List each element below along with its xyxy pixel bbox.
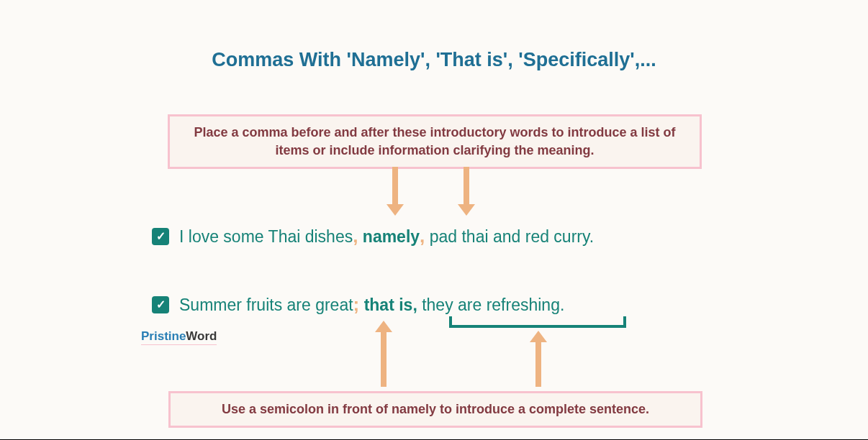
check-icon: ✓ [152,228,169,245]
keyword: that is, [359,295,417,314]
text-post: they are refreshing. [417,295,565,314]
example-text: Summer fruits are great; that is, they a… [179,293,564,316]
arrow-down-icon [458,167,475,216]
page-title: Commas With 'Namely', 'That is', 'Specif… [0,49,868,71]
arrow-up-icon [530,331,547,387]
text-pre: Summer fruits are great [179,295,353,314]
arrow-down-icon [386,167,404,216]
logo: PristineWord [141,329,217,345]
logo-part-2: Word [186,329,217,343]
text-post: pad thai and red curry. [425,227,594,246]
check-icon: ✓ [152,296,169,313]
keyword: namely [358,227,420,246]
example-text: I love some Thai dishes, namely, pad tha… [179,225,594,247]
arrow-up-icon [375,321,392,387]
logo-part-1: Pristine [141,329,186,343]
example-row: ✓ I love some Thai dishes, namely, pad t… [152,225,594,247]
example-row: ✓ Summer fruits are great; that is, they… [152,293,564,316]
underline-bracket [449,316,626,328]
semicolon: ; [353,293,360,315]
rule-box-top: Place a comma before and after these int… [168,114,702,169]
rule-box-bottom: Use a semicolon in front of namely to in… [168,391,702,428]
text-pre: I love some Thai dishes [179,227,353,246]
